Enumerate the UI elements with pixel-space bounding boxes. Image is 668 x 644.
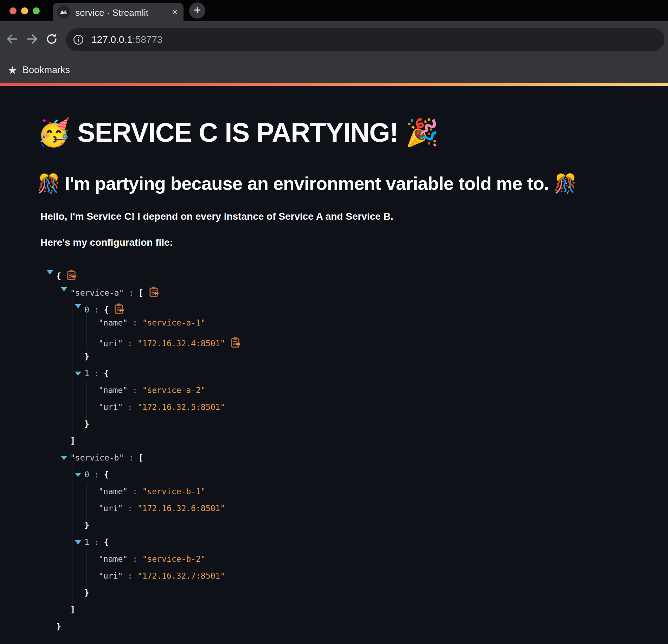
- streamlit-favicon: [57, 5, 70, 19]
- json-row: "uri" : "172.16.32.6:8501": [0, 501, 668, 517]
- streamlit-decoration-bar: [0, 83, 668, 86]
- reload-icon[interactable]: [45, 32, 58, 46]
- json-colon: :: [128, 318, 142, 327]
- json-row: "service-b" : [: [0, 450, 668, 467]
- json-row: {: [0, 264, 668, 281]
- indent-guide-line: [86, 382, 86, 419]
- json-brace: [: [139, 453, 143, 462]
- browser-window: service · Streamlit × + 127.0.0.1:58773 …: [0, 0, 668, 644]
- intro-text: Hello, I'm Service C! I depend on every …: [40, 211, 393, 222]
- back-icon[interactable]: [6, 32, 19, 46]
- expand-arrow-icon[interactable]: [75, 372, 81, 376]
- json-colon: :: [123, 402, 137, 412]
- url-port: :58773: [133, 34, 163, 45]
- json-row: 0 : {: [0, 298, 668, 315]
- json-value: "172.16.32.4:8501": [137, 339, 225, 348]
- json-brace: {: [104, 369, 109, 378]
- new-tab-button[interactable]: +: [189, 2, 205, 19]
- json-value: "service-a-2": [142, 386, 206, 395]
- json-row: }: [0, 349, 668, 366]
- page-title: 🥳 SERVICE C IS PARTYING! 🎉: [37, 117, 438, 148]
- json-brace: }: [84, 352, 89, 361]
- json-row: "name" : "service-b-2": [0, 551, 668, 568]
- browser-toolbar: 127.0.0.1:58773: [0, 21, 668, 58]
- json-colon: :: [89, 537, 104, 547]
- json-key: "uri": [98, 402, 123, 412]
- json-row: "uri" : "172.16.32.7:8501": [0, 568, 668, 585]
- copy-to-clipboard-icon[interactable]: [230, 337, 240, 348]
- json-brace: {: [104, 470, 109, 479]
- json-key: "name": [98, 318, 128, 327]
- tab-title: service · Streamlit: [75, 7, 148, 18]
- site-info-icon[interactable]: [72, 34, 84, 46]
- json-row: }: [0, 585, 668, 602]
- json-viewer: {"service-a" : [0 : {"name" : "service-a…: [0, 264, 668, 644]
- browser-tab[interactable]: service · Streamlit ×: [53, 3, 184, 21]
- json-row: 1 : {: [0, 534, 668, 551]
- json-row: 1 : {: [0, 366, 668, 382]
- config-label: Here's my configuration file:: [40, 237, 173, 248]
- copy-to-clipboard-icon[interactable]: [114, 303, 124, 314]
- json-brace: ]: [70, 436, 75, 445]
- json-row: "name" : "service-a-2": [0, 382, 668, 399]
- expand-arrow-icon[interactable]: [75, 540, 81, 545]
- bookmarks-bar: ★ Bookmarks: [0, 58, 668, 83]
- indent-guide-line: [86, 550, 86, 588]
- json-key: "name": [98, 487, 128, 496]
- json-array-index: 0: [84, 305, 89, 314]
- indent-guide-line: [58, 281, 58, 622]
- tab-strip: service · Streamlit × +: [0, 0, 668, 21]
- json-key: "service-a": [70, 288, 124, 297]
- forward-icon[interactable]: [25, 32, 39, 46]
- json-value: "service-b-1": [142, 487, 206, 496]
- expand-arrow-icon[interactable]: [61, 456, 67, 460]
- json-colon: :: [128, 487, 142, 496]
- json-colon: :: [89, 470, 104, 479]
- json-row: ]: [0, 433, 668, 450]
- json-brace: ]: [70, 605, 75, 614]
- traffic-light-close-button[interactable]: [9, 7, 17, 14]
- json-row: 0 : {: [0, 467, 668, 484]
- json-row: "name" : "service-a-1": [0, 315, 668, 332]
- copy-to-clipboard-icon[interactable]: [148, 286, 159, 297]
- json-row: }: [0, 619, 668, 636]
- traffic-light-zoom-button[interactable]: [33, 7, 40, 14]
- json-row: }: [0, 517, 668, 534]
- url-text[interactable]: 127.0.0.1:58773: [91, 34, 162, 45]
- indent-guide-line: [72, 297, 72, 436]
- json-colon: :: [89, 369, 104, 378]
- json-value: "172.16.32.6:8501": [137, 504, 225, 513]
- url-bar[interactable]: 127.0.0.1:58773: [66, 28, 664, 51]
- json-brace: [: [139, 288, 143, 297]
- json-colon: :: [128, 554, 142, 564]
- url-host: 127.0.0.1: [91, 34, 133, 45]
- bookmarks-star-icon[interactable]: ★: [8, 64, 17, 77]
- json-brace: }: [84, 588, 89, 597]
- json-row: ]: [0, 602, 668, 619]
- expand-arrow-icon[interactable]: [75, 304, 81, 308]
- copy-to-clipboard-icon[interactable]: [66, 269, 77, 281]
- json-brace: {: [56, 271, 61, 281]
- json-array-index: 1: [84, 369, 89, 378]
- json-colon: :: [123, 504, 137, 513]
- json-key: "name": [98, 554, 128, 564]
- json-key: "name": [98, 386, 128, 395]
- expand-arrow-icon[interactable]: [75, 473, 81, 477]
- json-row: "name" : "service-b-1": [0, 484, 668, 501]
- json-colon: :: [124, 453, 139, 462]
- tab-close-icon[interactable]: ×: [172, 6, 178, 18]
- json-value: "service-b-2": [142, 554, 206, 564]
- json-brace: }: [84, 419, 89, 429]
- bookmarks-label[interactable]: Bookmarks: [23, 65, 70, 76]
- json-brace: }: [84, 521, 89, 530]
- json-row: "service-a" : [: [0, 281, 668, 298]
- json-key: "uri": [98, 571, 123, 580]
- json-colon: :: [123, 339, 137, 348]
- json-colon: :: [123, 571, 137, 580]
- expand-arrow-icon[interactable]: [61, 287, 67, 291]
- json-brace: }: [56, 622, 61, 631]
- expand-arrow-icon[interactable]: [47, 270, 53, 275]
- json-brace: {: [104, 305, 109, 314]
- traffic-light-minimize-button[interactable]: [21, 7, 28, 14]
- json-value: "service-a-1": [142, 318, 206, 327]
